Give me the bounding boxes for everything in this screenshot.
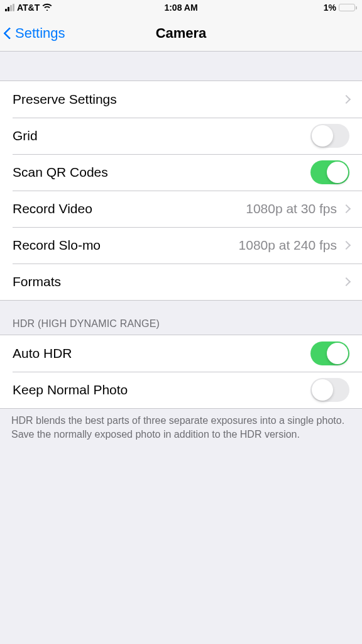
wifi-icon bbox=[42, 3, 52, 13]
chevron-right-icon bbox=[342, 277, 351, 286]
status-bar: AT&T 1:08 AM 1% bbox=[0, 0, 362, 15]
auto-hdr-row: Auto HDR bbox=[0, 335, 362, 372]
battery-percent: 1% bbox=[324, 3, 336, 13]
keep-normal-toggle[interactable] bbox=[310, 378, 349, 402]
signal-icon bbox=[5, 4, 14, 11]
grid-toggle[interactable] bbox=[310, 124, 349, 148]
chevron-left-icon bbox=[3, 27, 16, 40]
row-label: Auto HDR bbox=[13, 346, 310, 361]
group-spacer bbox=[0, 52, 362, 80]
hdr-settings-group: Auto HDR Keep Normal Photo bbox=[0, 335, 362, 409]
grid-row: Grid bbox=[0, 118, 362, 154]
auto-hdr-toggle[interactable] bbox=[310, 341, 349, 365]
chevron-right-icon bbox=[342, 95, 351, 104]
scan-qr-row: Scan QR Codes bbox=[0, 154, 362, 191]
status-left: AT&T bbox=[5, 3, 52, 13]
row-label: Grid bbox=[13, 128, 310, 143]
scan-qr-toggle[interactable] bbox=[310, 160, 349, 184]
back-button[interactable]: Settings bbox=[5, 25, 65, 42]
camera-settings-group: Preserve Settings Grid Scan QR Codes Rec… bbox=[0, 80, 362, 301]
row-value: 1080p at 30 fps bbox=[246, 201, 337, 216]
row-label: Keep Normal Photo bbox=[13, 382, 310, 397]
row-label: Formats bbox=[13, 274, 343, 289]
chevron-right-icon bbox=[342, 241, 351, 250]
record-video-row[interactable]: Record Video 1080p at 30 fps bbox=[0, 191, 362, 227]
formats-row[interactable]: Formats bbox=[0, 264, 362, 300]
nav-bar: Settings Camera bbox=[0, 15, 362, 52]
row-label: Record Slo-mo bbox=[13, 238, 239, 253]
hdr-section-header: HDR (HIGH DYNAMIC RANGE) bbox=[0, 301, 362, 335]
carrier-label: AT&T bbox=[17, 3, 40, 13]
preserve-settings-row[interactable]: Preserve Settings bbox=[0, 81, 362, 118]
record-slomo-row[interactable]: Record Slo-mo 1080p at 240 fps bbox=[0, 227, 362, 264]
back-label: Settings bbox=[15, 25, 65, 42]
row-label: Scan QR Codes bbox=[13, 165, 310, 180]
row-label: Record Video bbox=[13, 201, 246, 216]
row-label: Preserve Settings bbox=[13, 92, 343, 107]
status-right: 1% bbox=[324, 3, 357, 13]
page-title: Camera bbox=[156, 25, 207, 42]
battery-icon bbox=[339, 4, 357, 11]
row-value: 1080p at 240 fps bbox=[239, 238, 337, 253]
keep-normal-row: Keep Normal Photo bbox=[0, 372, 362, 408]
clock: 1:08 AM bbox=[164, 3, 197, 13]
chevron-right-icon bbox=[342, 204, 351, 213]
hdr-section-footer: HDR blends the best parts of three separ… bbox=[0, 409, 362, 446]
